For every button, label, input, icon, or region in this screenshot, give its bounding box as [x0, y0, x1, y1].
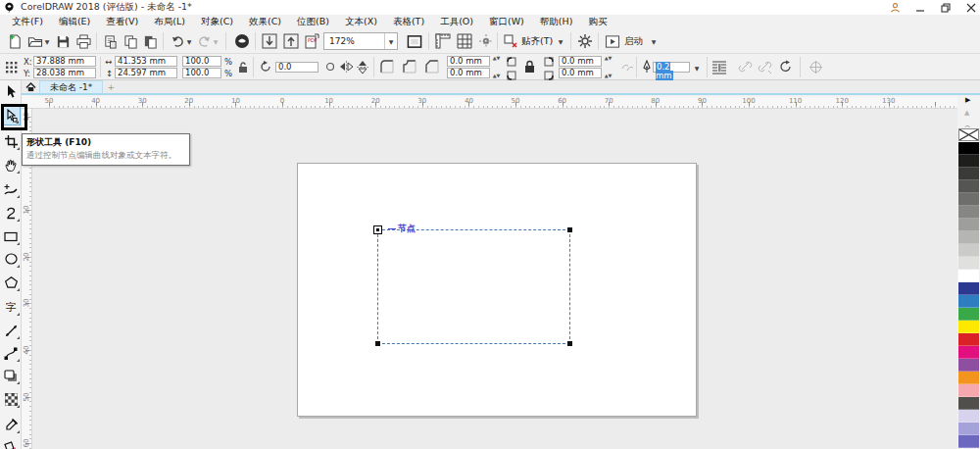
color-swatch-pink[interactable]	[958, 384, 979, 397]
snap-to-icon[interactable]	[502, 32, 519, 50]
drop-shadow-tool-button[interactable]	[1, 366, 21, 385]
color-swatch-dark-gray[interactable]	[958, 397, 979, 410]
text-tool-button[interactable]: 字	[1, 297, 21, 317]
smart-fill-tool-button[interactable]	[1, 436, 21, 449]
snap-dropdown-icon[interactable]: ▼	[557, 38, 564, 46]
scrollbar-up-icon[interactable]: ▲	[964, 109, 969, 117]
outline-width-dropdown-icon[interactable]: ▼	[693, 65, 701, 73]
menu-item-7[interactable]: 文本(X)	[337, 15, 385, 28]
close-button[interactable]	[964, 1, 978, 14]
color-swatch-periwinkle[interactable]	[958, 423, 979, 435]
import-icon[interactable]	[261, 32, 278, 50]
origin-grid-icon[interactable]	[4, 60, 20, 75]
document-tab[interactable]: 未命名 -1*	[39, 80, 103, 93]
node-top-right[interactable]	[567, 227, 572, 232]
color-swatch-gray-40[interactable]	[958, 219, 979, 231]
pick-tool-button[interactable]	[1, 82, 21, 102]
corner-radius-br-field[interactable]: 0.0 mm	[559, 68, 602, 78]
menu-item-1[interactable]: 编辑(E)	[51, 15, 98, 28]
edit-corners-together-lock-icon[interactable]	[521, 59, 537, 75]
corner-stepper-right[interactable]: ▲▼▲▼	[604, 56, 612, 78]
polygon-tool-button[interactable]	[1, 273, 21, 292]
home-tab-icon[interactable]	[22, 80, 39, 93]
menu-item-9[interactable]: 工具(O)	[432, 15, 481, 28]
open-icon[interactable]	[26, 32, 44, 50]
color-swatch-gray-80[interactable]	[958, 168, 979, 180]
object-width-field[interactable]: 41.353 mm	[115, 56, 177, 67]
full-screen-preview-icon[interactable]	[406, 32, 423, 50]
launch-label[interactable]: 启动	[624, 35, 643, 48]
menu-item-2[interactable]: 查看(V)	[98, 15, 146, 28]
color-swatch-yellow[interactable]	[958, 321, 979, 333]
chamfered-corner-icon[interactable]	[424, 59, 440, 75]
x-position-field[interactable]: 37.888 mm	[33, 56, 96, 67]
show-rulers-icon[interactable]	[434, 32, 452, 50]
color-swatch-gray-10[interactable]	[958, 257, 979, 270]
menu-item-0[interactable]: 文件(F)	[4, 15, 51, 28]
open-dropdown-icon[interactable]: ▼	[43, 38, 51, 46]
menu-item-4[interactable]: 对象(C)	[193, 15, 241, 28]
tab-scroll-right-icon[interactable]: ▶	[965, 96, 970, 104]
node-bottom-right[interactable]	[567, 341, 572, 346]
cut-icon[interactable]	[101, 32, 119, 50]
new-document-icon[interactable]	[6, 32, 24, 50]
crop-tool-button[interactable]	[1, 131, 21, 151]
selected-node-top-left[interactable]	[373, 225, 382, 234]
node-bottom-left[interactable]	[375, 341, 380, 346]
copy-icon[interactable]	[122, 32, 139, 50]
color-swatch-red[interactable]	[958, 333, 979, 346]
color-swatch-orange[interactable]	[958, 372, 979, 384]
no-color-swatch[interactable]	[958, 128, 979, 141]
color-swatch-blue[interactable]	[958, 282, 979, 295]
transparency-tool-button[interactable]	[1, 389, 21, 409]
zoom-dropdown-icon[interactable]: ▼	[384, 33, 397, 49]
search-content-icon[interactable]	[233, 32, 251, 50]
export-icon[interactable]	[282, 32, 300, 50]
color-swatch-gray-20[interactable]	[958, 244, 979, 257]
restore-button[interactable]	[939, 1, 953, 14]
mirror-horizontal-icon[interactable]	[338, 59, 354, 75]
color-swatch-gray-50[interactable]	[958, 206, 979, 219]
relative-corner-scaling-icon[interactable]	[619, 59, 635, 75]
selected-rectangle[interactable]	[377, 229, 570, 344]
sign-in-icon[interactable]	[888, 1, 902, 14]
undo-dropdown-icon[interactable]: ▼	[185, 38, 193, 46]
snap-to-label[interactable]: 贴齐(T)	[521, 35, 553, 48]
publish-pdf-icon[interactable]: PDF	[303, 32, 320, 50]
color-swatch-cyan-blue[interactable]	[958, 295, 979, 308]
curve-tool-button[interactable]	[1, 203, 21, 223]
artistic-media-tool-button[interactable]	[1, 179, 21, 199]
pan-tool-button[interactable]	[1, 155, 21, 175]
minimize-button[interactable]	[913, 1, 927, 14]
scale-lock-icon[interactable]	[235, 59, 251, 75]
refresh-icon[interactable]	[778, 59, 794, 75]
color-swatch-lavender[interactable]	[958, 410, 979, 423]
color-swatch-black[interactable]	[958, 142, 979, 155]
object-height-field[interactable]: 24.597 mm	[115, 68, 177, 78]
zoom-level-combo[interactable]: 172% ▼	[323, 32, 398, 50]
save-icon[interactable]	[54, 32, 72, 50]
menu-item-12[interactable]: 购买	[580, 15, 614, 28]
color-swatch-green[interactable]	[958, 308, 979, 321]
eyedropper-tool-button[interactable]	[1, 415, 21, 434]
ellipse-tool-button[interactable]	[1, 249, 21, 269]
color-swatch-magenta[interactable]	[958, 346, 979, 359]
chain-link-icon-1[interactable]	[737, 59, 753, 75]
color-swatch-purple[interactable]	[958, 359, 979, 372]
horizontal-ruler[interactable]: 5040302010010203040506070809010011012013…	[22, 97, 957, 109]
redo-icon[interactable]	[195, 32, 213, 50]
target-icon[interactable]	[808, 59, 823, 75]
dimension-tool-button[interactable]	[1, 321, 21, 340]
menu-item-3[interactable]: 布局(L)	[146, 15, 193, 28]
color-swatch-gray-90[interactable]	[958, 155, 979, 168]
scale-h-field[interactable]: 100.0	[182, 56, 221, 67]
show-grid-icon[interactable]	[456, 32, 473, 50]
round-corner-icon[interactable]	[379, 59, 395, 75]
color-swatch-gray-70[interactable]	[958, 180, 979, 193]
menu-item-5[interactable]: 效果(C)	[241, 15, 289, 28]
chain-link-icon-2[interactable]	[757, 59, 772, 75]
corner-radius-tr-field[interactable]: 0.0 mm	[559, 56, 602, 67]
y-position-field[interactable]: 28.038 mm	[33, 68, 96, 78]
color-swatch-white[interactable]	[958, 270, 979, 282]
menu-item-11[interactable]: 帮助(H)	[532, 15, 581, 28]
